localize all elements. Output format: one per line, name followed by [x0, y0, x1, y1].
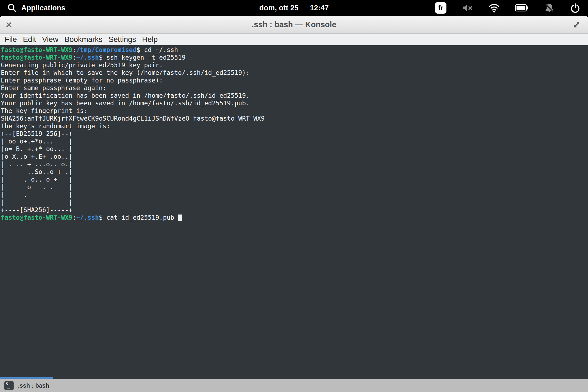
terminal-line: | . | [1, 191, 588, 198]
terminal-line: | | [1, 198, 588, 206]
terminal-line: Your public key has been saved in /home/… [1, 99, 588, 107]
terminal-line: fasto@fasto-WRT-WX9:/tmp/Compromised$ cd… [1, 46, 588, 54]
system-tray[interactable]: fr [435, 2, 580, 14]
konsole-window: ✕ .ssh : bash — Konsole FileEditViewBook… [0, 16, 588, 392]
panel-time: 12:47 [310, 4, 329, 12]
search-icon [7, 3, 17, 13]
terminal-icon: $_ [4, 381, 14, 390]
terminal-line: Enter passphrase (empty for no passphras… [1, 76, 588, 84]
tab-bar: $_ .ssh : bash [0, 379, 588, 392]
wifi-icon[interactable] [488, 3, 500, 13]
menu-bar: FileEditViewBookmarksSettingsHelp [0, 34, 588, 45]
volume-muted-icon[interactable] [462, 3, 473, 13]
terminal-line: |o= B. +.+* oo... | [1, 145, 588, 153]
terminal-line: | . .. + ...o.. o.| [1, 160, 588, 168]
terminal-cursor [178, 215, 182, 221]
maximize-icon[interactable] [571, 19, 582, 30]
terminal-output[interactable]: fasto@fasto-WRT-WX9:/tmp/Compromised$ cd… [0, 45, 588, 377]
applications-label: Applications [21, 4, 65, 12]
terminal-line: Enter same passphrase again: [1, 84, 588, 92]
terminal-line: +--[ED25519 256]--+ [1, 130, 588, 137]
power-icon[interactable] [570, 3, 580, 13]
window-title: .ssh : bash — Konsole [252, 20, 336, 29]
window-titlebar[interactable]: ✕ .ssh : bash — Konsole [0, 16, 588, 34]
terminal-line: The key fingerprint is: [1, 107, 588, 115]
panel-date: dom, ott 25 [259, 4, 298, 12]
notifications-disabled-icon[interactable] [544, 3, 555, 13]
desktop: Applications dom, ott 25 12:47 fr [0, 0, 588, 392]
terminal-line: | o . . | [1, 183, 588, 191]
terminal-line: Enter file in which to save the key (/ho… [1, 69, 588, 76]
terminal-line: +----[SHA256]-----+ [1, 206, 588, 214]
menu-item-view[interactable]: View [39, 35, 61, 44]
menu-item-settings[interactable]: Settings [106, 35, 139, 44]
tab-ssh-bash[interactable]: $_ .ssh : bash [0, 379, 57, 392]
menu-item-bookmarks[interactable]: Bookmarks [62, 35, 106, 44]
terminal-line: | ..So..o + .| [1, 168, 588, 176]
terminal-line: Generating public/private ed25519 key pa… [1, 61, 588, 69]
keyboard-layout-indicator[interactable]: fr [435, 2, 446, 14]
terminal-line: The key's randomart image is: [1, 122, 588, 130]
menu-item-edit[interactable]: Edit [20, 35, 39, 44]
clock[interactable]: dom, ott 25 12:47 [259, 0, 329, 16]
activities-button[interactable]: Applications [7, 3, 65, 13]
terminal-line: Your identification has been saved in /h… [1, 92, 588, 99]
tab-label: .ssh : bash [18, 382, 49, 389]
terminal-line: | . o.. o + | [1, 176, 588, 183]
menu-item-help[interactable]: Help [139, 35, 161, 44]
battery-icon[interactable] [515, 4, 529, 12]
terminal-line: fasto@fasto-WRT-WX9:~/.ssh$ ssh-keygen -… [1, 54, 588, 61]
terminal-line: |o X..o +.E+ .oo..| [1, 153, 588, 160]
close-button[interactable]: ✕ [5, 20, 12, 29]
terminal-line: fasto@fasto-WRT-WX9:~/.ssh$ cat id_ed255… [1, 214, 588, 221]
menu-item-file[interactable]: File [2, 35, 20, 44]
terminal-line: | oo o+.+*o... | [1, 137, 588, 145]
top-panel: Applications dom, ott 25 12:47 fr [0, 0, 588, 16]
terminal-line: SHA256:anTfJURKjrfXFtweCK9oSCURond4gCL1i… [1, 115, 588, 122]
